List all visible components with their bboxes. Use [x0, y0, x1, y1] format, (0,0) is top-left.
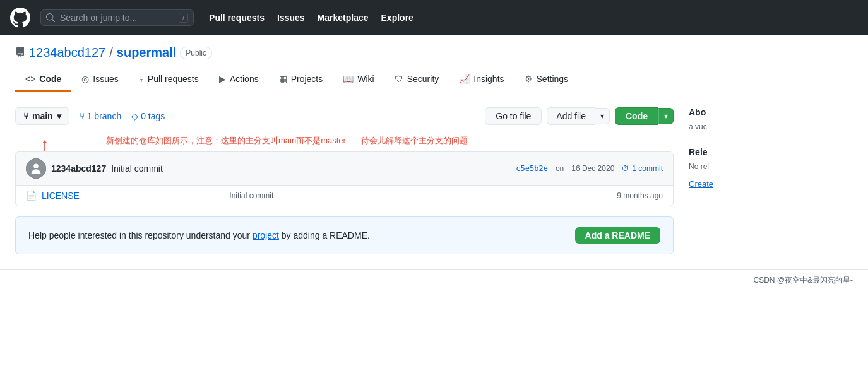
- readme-banner: Help people interested in this repositor…: [15, 216, 674, 254]
- tag-count: 0 tags: [141, 111, 165, 121]
- tag-icon: ◇: [131, 111, 138, 121]
- chevron-down-icon: ▾: [57, 111, 61, 121]
- commit-date-prefix: on: [556, 164, 564, 173]
- sidebar-releases-title: Rele: [689, 147, 853, 157]
- history-icon: ⏱: [622, 164, 629, 173]
- tab-wiki-label: Wiki: [357, 74, 374, 84]
- annotation-note2: 待会儿解释这个主分支的问题: [361, 135, 468, 146]
- nav-issues[interactable]: Issues: [277, 13, 305, 23]
- repo-name-link[interactable]: supermall: [117, 45, 176, 60]
- security-icon: 🛡: [395, 74, 403, 84]
- tab-settings[interactable]: ⚙ Settings: [514, 68, 579, 92]
- branch-count-icon: ⑂: [80, 111, 85, 121]
- search-input[interactable]: [60, 13, 174, 23]
- commit-author: 1234abcd127: [51, 163, 106, 174]
- tab-issues[interactable]: ◎ Issues: [71, 68, 128, 92]
- red-arrow: ↑: [40, 134, 49, 155]
- tab-security[interactable]: 🛡 Security: [384, 68, 449, 92]
- commit-author-area: 1234abcd127 Initial commit: [26, 158, 163, 179]
- branch-name: main: [32, 111, 53, 121]
- tab-pull-requests[interactable]: ⑂ Pull requests: [129, 68, 209, 92]
- tab-code[interactable]: <> Code: [15, 68, 71, 92]
- code-button-group: Code ▾: [615, 107, 674, 125]
- file-name-link[interactable]: LICENSE: [42, 191, 224, 201]
- tab-pr-label: Pull requests: [148, 74, 199, 84]
- commit-count: ⏱ 1 commit: [622, 164, 663, 173]
- search-shortcut: /: [179, 13, 188, 23]
- sidebar-about-title: Abo: [689, 107, 853, 117]
- sidebar: Abo a vuc Rele No rel Create: [689, 107, 853, 254]
- pr-icon: ⑂: [139, 74, 144, 84]
- tab-actions[interactable]: ▶ Actions: [209, 68, 269, 92]
- nav-marketplace[interactable]: Marketplace: [318, 13, 369, 23]
- commit-count-link[interactable]: 1 commit: [632, 164, 663, 173]
- readme-project-link[interactable]: project: [253, 230, 279, 240]
- insights-icon: 📈: [459, 74, 470, 84]
- main-content: ⑂ main ▾ ⑂ 1 branch ◇ 0 tags Go to file …: [15, 107, 674, 254]
- search-icon: [46, 13, 55, 22]
- commit-sha[interactable]: c5e5b2e: [516, 164, 548, 173]
- commit-header: 1234abcd127 Initial commit c5e5b2e on 16…: [16, 152, 673, 186]
- branch-selector[interactable]: ⑂ main ▾: [15, 107, 69, 125]
- annotation-area: ↑ 新创建的仓库如图所示，注意：这里的主分支叫main而不是master 待会儿…: [15, 135, 674, 146]
- avatar: [26, 158, 46, 179]
- visibility-badge: Public: [180, 47, 212, 59]
- nav-explore[interactable]: Explore: [381, 13, 413, 23]
- go-to-file-button[interactable]: Go to file: [485, 107, 542, 125]
- branch-icon: ⑂: [23, 111, 28, 121]
- tab-code-label: Code: [39, 74, 61, 84]
- wiki-icon: 📖: [343, 74, 354, 84]
- readme-text: Help people interested in this repositor…: [28, 230, 370, 240]
- issues-icon: ◎: [81, 74, 89, 84]
- tab-settings-label: Settings: [537, 74, 569, 84]
- file-commit-msg: Initial commit: [229, 191, 595, 200]
- file-icon: 📄: [26, 191, 37, 201]
- add-file-button[interactable]: Add file: [547, 107, 595, 125]
- file-date: 9 months ago: [600, 191, 663, 200]
- commit-date: 16 Dec 2020: [571, 164, 614, 173]
- search-box[interactable]: /: [40, 9, 194, 26]
- tab-insights[interactable]: 📈 Insights: [449, 68, 514, 92]
- tag-count-link[interactable]: ◇ 0 tags: [131, 111, 165, 121]
- projects-icon: ▦: [279, 74, 287, 84]
- add-file-caret[interactable]: ▾: [595, 108, 610, 124]
- watermark: CSDN @夜空中&最闪亮的星-: [0, 269, 868, 291]
- github-logo: [10, 8, 30, 28]
- file-row: 📄 LICENSE Initial commit 9 months ago: [16, 186, 673, 206]
- tab-actions-label: Actions: [230, 74, 259, 84]
- branch-bar: ⑂ main ▾ ⑂ 1 branch ◇ 0 tags Go to file …: [15, 107, 674, 125]
- breadcrumb: 1234abcd127 / supermall Public: [15, 45, 853, 60]
- branch-count-link[interactable]: ⑂ 1 branch: [80, 111, 121, 121]
- tab-issues-label: Issues: [93, 74, 118, 84]
- avatar-image: [26, 158, 46, 179]
- commit-message: Initial commit: [111, 163, 163, 174]
- top-nav: / Pull requests Issues Marketplace Explo…: [0, 0, 868, 35]
- repo-header: 1234abcd127 / supermall Public <> Code ◎…: [0, 35, 868, 92]
- repo-separator: /: [109, 45, 113, 60]
- code-caret[interactable]: ▾: [658, 108, 674, 124]
- branch-count: 1 branch: [87, 111, 121, 121]
- sidebar-no-releases: No rel: [689, 162, 853, 171]
- tab-security-label: Security: [407, 74, 439, 84]
- repo-owner-link[interactable]: 1234abcd127: [29, 45, 105, 60]
- tab-wiki[interactable]: 📖 Wiki: [333, 68, 384, 92]
- add-file-group: Add file ▾: [547, 107, 610, 125]
- branch-right: Go to file Add file ▾ Code ▾: [485, 107, 674, 125]
- nav-pull-requests[interactable]: Pull requests: [209, 13, 265, 23]
- commit-right: c5e5b2e on 16 Dec 2020 ⏱ 1 commit: [516, 164, 663, 173]
- code-button[interactable]: Code: [615, 107, 658, 125]
- add-readme-button[interactable]: Add a README: [575, 227, 660, 244]
- repo-icon: [15, 47, 25, 59]
- commit-box: 1234abcd127 Initial commit c5e5b2e on 16…: [15, 151, 674, 206]
- nav-links: Pull requests Issues Marketplace Explore: [209, 13, 413, 23]
- repo-tabs: <> Code ◎ Issues ⑂ Pull requests ▶ Actio…: [15, 68, 853, 92]
- tab-projects-label: Projects: [291, 74, 323, 84]
- tab-projects[interactable]: ▦ Projects: [269, 68, 333, 92]
- tab-insights-label: Insights: [473, 74, 504, 84]
- actions-icon: ▶: [219, 74, 226, 84]
- code-icon: <>: [25, 74, 35, 84]
- annotation-note1: 新创建的仓库如图所示，注意：这里的主分支叫main而不是master: [106, 135, 346, 146]
- branch-left: ⑂ main ▾ ⑂ 1 branch ◇ 0 tags: [15, 107, 165, 125]
- sidebar-create-release-link[interactable]: Create: [689, 179, 713, 189]
- sidebar-about-desc: a vuc: [689, 122, 853, 131]
